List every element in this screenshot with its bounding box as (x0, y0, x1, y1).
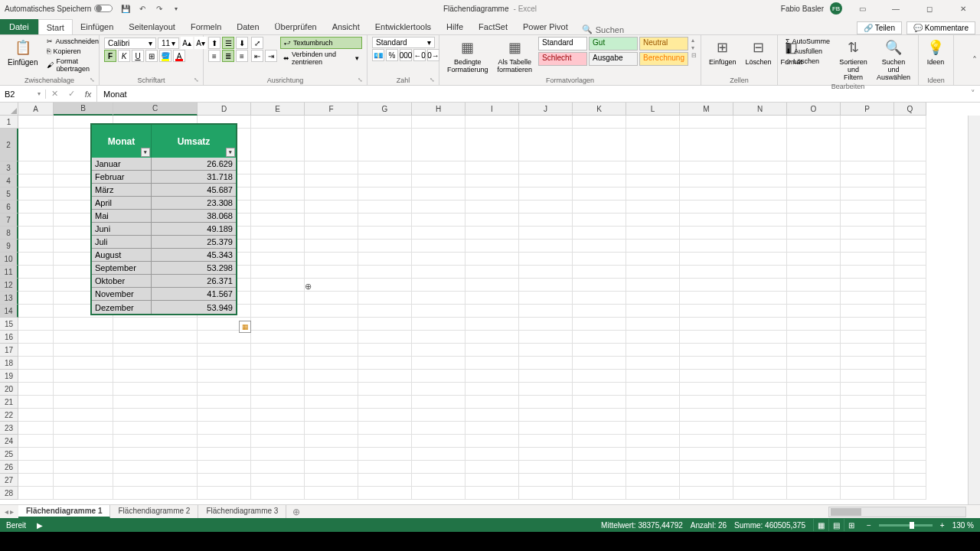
table-cell[interactable]: 41.567 (152, 288, 236, 301)
table-cell[interactable]: Juni (92, 223, 152, 236)
filter-icon[interactable]: ▾ (141, 148, 150, 157)
cell[interactable] (573, 240, 626, 253)
cell[interactable] (198, 396, 251, 409)
font-launcher-icon[interactable]: ⤡ (194, 77, 201, 84)
cell[interactable] (573, 266, 626, 279)
cell[interactable] (680, 357, 733, 370)
cell[interactable] (841, 174, 894, 187)
increase-indent-icon[interactable]: ⇥ (265, 50, 277, 62)
cell[interactable] (680, 253, 733, 266)
row-header[interactable]: 15 (0, 318, 18, 331)
row-header[interactable]: 4 (0, 174, 18, 187)
cell[interactable] (680, 305, 733, 318)
cell[interactable] (787, 357, 841, 370)
cell[interactable] (841, 474, 894, 487)
row-header[interactable]: 2 (0, 129, 18, 161)
orientation-icon[interactable]: ⤢ (251, 37, 263, 49)
cell[interactable] (626, 227, 680, 240)
sheet-nav-next-icon[interactable]: ▸ (10, 507, 14, 516)
decrease-decimal-icon[interactable]: 0→ (427, 49, 439, 61)
cell[interactable] (680, 461, 733, 474)
cell[interactable] (54, 487, 113, 500)
align-center-icon[interactable]: ≣ (222, 50, 234, 62)
cell[interactable] (894, 461, 926, 474)
cell[interactable] (894, 253, 926, 266)
cell[interactable] (841, 422, 894, 435)
cell[interactable] (841, 318, 894, 331)
cell[interactable] (358, 422, 412, 435)
cell[interactable] (18, 461, 54, 474)
cell[interactable] (680, 214, 733, 227)
copy-button[interactable]: ⎘Kopieren (44, 47, 102, 56)
cell[interactable] (519, 331, 573, 344)
page-break-view-icon[interactable]: ⊞ (844, 519, 859, 531)
cell[interactable] (626, 448, 680, 461)
cell[interactable] (113, 370, 198, 383)
cell[interactable] (894, 279, 926, 292)
cell[interactable] (412, 318, 466, 331)
cell[interactable] (680, 448, 733, 461)
cell[interactable] (18, 161, 54, 174)
cell[interactable] (54, 383, 113, 396)
data-table[interactable]: Monat▾Umsatz▾Januar26.629Februar31.718Mä… (90, 123, 237, 315)
cell[interactable] (358, 331, 412, 344)
cell[interactable] (680, 292, 733, 305)
cell[interactable] (626, 435, 680, 448)
cell[interactable] (358, 357, 412, 370)
cell[interactable] (358, 461, 412, 474)
cell[interactable] (841, 448, 894, 461)
cell[interactable] (305, 487, 358, 500)
row-header[interactable]: 11 (0, 266, 18, 279)
cell[interactable] (787, 331, 841, 344)
cell[interactable] (54, 409, 113, 422)
cell[interactable] (894, 357, 926, 370)
row-header[interactable]: 6 (0, 201, 18, 214)
cell[interactable] (573, 318, 626, 331)
cell[interactable] (626, 187, 680, 201)
normal-view-icon[interactable]: ▦ (813, 519, 828, 531)
cell[interactable] (466, 318, 519, 331)
cell[interactable] (787, 422, 841, 435)
cell[interactable] (680, 344, 733, 357)
cell[interactable] (573, 435, 626, 448)
cell[interactable] (787, 435, 841, 448)
row-header[interactable]: 25 (0, 448, 18, 461)
cell[interactable] (733, 214, 787, 227)
cell[interactable] (787, 161, 841, 174)
cell[interactable] (18, 331, 54, 344)
insert-cells-button[interactable]: ⊞Einfügen (706, 37, 740, 67)
cell[interactable] (787, 448, 841, 461)
column-header[interactable]: A (18, 103, 54, 116)
cell[interactable] (894, 422, 926, 435)
table-cell[interactable]: 49.189 (152, 223, 236, 236)
cell[interactable] (113, 448, 198, 461)
qat-customize-icon[interactable]: ▾ (171, 3, 181, 14)
fx-icon[interactable]: fx (80, 86, 96, 103)
cell[interactable] (787, 227, 841, 240)
cell[interactable] (573, 174, 626, 187)
row-header[interactable]: 8 (0, 227, 18, 240)
column-header[interactable]: N (733, 103, 787, 116)
cell[interactable] (680, 116, 733, 129)
cell[interactable] (412, 370, 466, 383)
cell[interactable] (18, 422, 54, 435)
table-cell[interactable]: 26.371 (152, 275, 236, 288)
cell[interactable] (251, 292, 305, 305)
user-name[interactable]: Fabio Basler (781, 5, 824, 13)
table-cell[interactable]: 26.629 (152, 158, 236, 171)
column-header[interactable]: B (54, 103, 113, 116)
cell[interactable] (358, 161, 412, 174)
styles-down-icon[interactable]: ▾ (691, 44, 697, 51)
cell[interactable] (358, 129, 412, 161)
table-cell[interactable]: 23.308 (152, 197, 236, 210)
merge-button[interactable]: ⬌Verbinden und zentrieren ▾ (280, 50, 362, 67)
cell[interactable] (519, 129, 573, 161)
cell[interactable] (787, 266, 841, 279)
cell[interactable] (733, 161, 787, 174)
cell[interactable] (733, 370, 787, 383)
cell[interactable] (573, 448, 626, 461)
cell[interactable] (733, 344, 787, 357)
cell[interactable] (841, 370, 894, 383)
row-header[interactable]: 28 (0, 487, 18, 500)
align-bottom-icon[interactable]: ⬇ (236, 37, 248, 49)
